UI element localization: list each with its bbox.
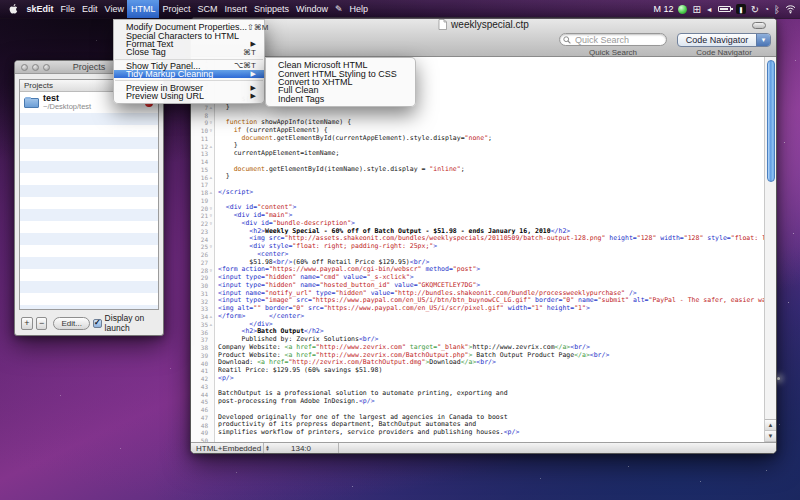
code-line: Reatil Price: $129.95 (60% savings $51.9…: [218, 367, 764, 375]
shortcut-label: ⌘T: [243, 48, 256, 57]
code-line: </script>: [218, 189, 764, 197]
menubar-item-snippets[interactable]: Snippets: [250, 0, 292, 18]
language-mode-popup[interactable]: HTML+Embedded ▲▼: [191, 443, 263, 453]
scrollbar-thumb[interactable]: [767, 60, 775, 182]
code-navigator-button[interactable]: Code Navigator ▼: [677, 33, 771, 47]
code-line: }: [218, 142, 764, 150]
menubar-item-window[interactable]: Window: [292, 0, 331, 18]
line-number: 49: [191, 429, 214, 437]
minimize-button[interactable]: [32, 64, 39, 71]
menubar-item-help[interactable]: Help: [346, 0, 372, 18]
apple-menu-icon[interactable]: [0, 0, 23, 18]
menu-separator: [115, 59, 263, 60]
code-line: Company Website: <a href="http://www.zev…: [218, 344, 764, 352]
code-line: <h2>Weekly Special - 60% off of Batch Ou…: [218, 228, 764, 236]
line-number: 10▿: [191, 127, 214, 135]
submenu-arrow-icon: ▶: [251, 92, 256, 100]
code-line: [218, 383, 764, 391]
line-number: 15: [191, 166, 214, 174]
submenu-item[interactable]: Indent Tags: [266, 95, 415, 103]
palette-window-buttons[interactable]: [21, 64, 50, 71]
display-on-launch-label: Display on launch: [105, 313, 157, 333]
projects-list[interactable]: Projects test ~/Desktop/test: [19, 79, 159, 310]
caret-position: 134:0: [264, 444, 338, 453]
chevron-down-icon: ▼: [756, 34, 770, 46]
editor-window-header[interactable]: weeklyspecial.ctp Quick Search Code Navi…: [191, 18, 776, 57]
menu-bar: skEditFileEditViewHTMLProjectSCMInsertSn…: [0, 0, 800, 19]
line-number: 42: [191, 375, 214, 383]
line-number: 44: [191, 390, 214, 398]
palette-title: Projects: [73, 62, 106, 72]
quick-search-input[interactable]: [559, 33, 667, 46]
line-number: 33: [191, 305, 214, 313]
zoom-button[interactable]: [43, 64, 50, 71]
menubar-item-html[interactable]: HTML: [127, 0, 159, 18]
code-editor[interactable]: 1234567▵89▿10▿1112▵13141516▵1718▵1920▿21…: [191, 57, 776, 442]
applescript-menu-icon[interactable]: ✎: [331, 0, 346, 18]
code-line: [218, 197, 764, 205]
menu-item[interactable]: Close Tag⌘T: [114, 48, 264, 56]
folder-icon: [24, 98, 39, 108]
edit-project-button[interactable]: Edit...: [53, 317, 89, 330]
editor-toolbar: Quick Search Code Navigator ▼ Code Navig…: [191, 31, 776, 57]
shortcut-label: ⇧⌘M: [247, 23, 268, 32]
menu-item[interactable]: Preview Using URL▶: [114, 92, 264, 100]
vertical-scrollbar[interactable]: ▲ ▼: [764, 57, 776, 442]
empty-list-stripes: [20, 113, 158, 309]
code-line: post-processing from Adobe InDesign.<p/>: [218, 398, 764, 406]
code-line: <div id="main">: [218, 212, 764, 220]
app-menu-icon[interactable]: ❚: [736, 4, 746, 14]
line-number: 40: [191, 359, 214, 367]
code-line: <img alt="" border="0" src="https://www.…: [218, 305, 764, 313]
code-navigator-caption: Code Navigator: [677, 48, 771, 57]
menubar-item-scm[interactable]: SCM: [194, 0, 221, 18]
spaces-icon[interactable]: ⊞: [692, 0, 700, 18]
wifi-icon[interactable]: [785, 0, 796, 18]
quick-search-caption: Quick Search: [559, 48, 667, 57]
code-line: [218, 406, 764, 414]
scroll-up-arrow[interactable]: ▲: [765, 420, 776, 431]
line-number: 37: [191, 336, 214, 344]
menubar-item-file[interactable]: File: [57, 0, 79, 18]
ichat-icon[interactable]: [678, 5, 687, 14]
menubar-item-skedit[interactable]: skEdit: [23, 0, 57, 18]
code-line: document.getElementById(itemName).style.…: [218, 166, 764, 174]
line-number: 27: [191, 259, 214, 267]
toolbar-toggle-lozenge[interactable]: [752, 22, 766, 29]
display-on-launch-option[interactable]: ✓ Display on launch: [93, 313, 157, 333]
menubar-item-edit[interactable]: Edit: [79, 0, 102, 18]
line-number: 9▿: [191, 119, 214, 127]
code-line: BatchOutput is a professional solution t…: [218, 390, 764, 398]
menubar-item-view[interactable]: View: [101, 0, 127, 18]
code-lines: $("#c } function showAppInfo(itemName) {…: [216, 57, 764, 442]
code-line: Published by: Zevrix Solutions<br/>: [218, 336, 764, 344]
line-number: 25▿: [191, 243, 214, 251]
volume-icon[interactable]: ◄: [706, 0, 713, 18]
remove-project-button[interactable]: −: [36, 317, 48, 330]
code-line: <input name="notify_url" type="hidden" v…: [218, 290, 764, 298]
wallpaper-bright-star: [777, 377, 780, 380]
bluetooth-icon[interactable]: ᛒ: [774, 0, 780, 18]
timer-icon[interactable]: ◔: [764, 0, 769, 18]
menubar-item-project[interactable]: Project: [159, 0, 194, 18]
battery-icon[interactable]: [718, 0, 731, 18]
line-number: 47: [191, 414, 214, 422]
sync-icon[interactable]: ↻: [751, 0, 759, 18]
menu-item[interactable]: Tidy Markup Cleaning▶: [114, 70, 264, 78]
scroll-down-arrow[interactable]: ▼: [765, 431, 776, 442]
code-line: <div style="float: right; padding-right:…: [218, 243, 764, 251]
code-line: Product Website: <a href="http://www.zev…: [218, 352, 764, 360]
project-path: ~/Desktop/test: [43, 103, 91, 111]
menubar-item-insert[interactable]: Insert: [221, 0, 251, 18]
submenu-arrow-icon: ▶: [251, 40, 256, 48]
add-project-button[interactable]: +: [21, 317, 33, 330]
line-number: 17: [191, 181, 214, 189]
palette-footer: + − Edit... ✓ Display on launch: [15, 311, 163, 335]
code-line: <input type="image" src="https://www.pay…: [218, 297, 764, 305]
menu-meter[interactable]: M 12: [653, 0, 673, 18]
menu-separator: [115, 80, 263, 81]
close-button[interactable]: [21, 64, 28, 71]
editor-titlebar[interactable]: weeklyspecial.ctp: [191, 18, 776, 31]
code-line: document.getElementById(currentAppElemen…: [218, 135, 764, 143]
checkbox-checked-icon[interactable]: ✓: [93, 319, 102, 328]
